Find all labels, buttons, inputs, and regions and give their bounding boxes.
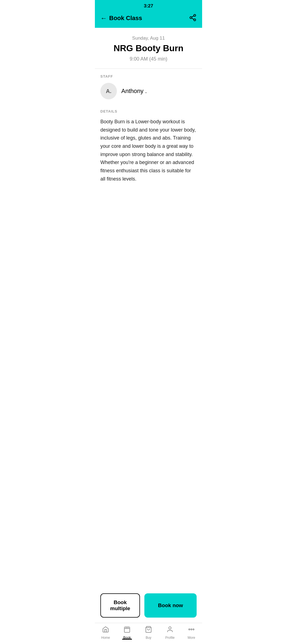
status-time: 3:27 [144, 3, 153, 9]
header-title: Book Class [109, 15, 142, 22]
class-info-section: Sunday, Aug 11 NRG Booty Burn 9:00 AM (4… [95, 28, 202, 69]
content-area: Sunday, Aug 11 NRG Booty Burn 9:00 AM (4… [95, 28, 202, 244]
class-name: NRG Booty Burn [100, 43, 197, 53]
back-arrow-icon: ← [100, 14, 107, 22]
header: ← Book Class [95, 11, 202, 28]
svg-line-4 [192, 16, 194, 17]
staff-name: Anthony . [121, 88, 147, 95]
status-bar: 3:27 [95, 0, 202, 11]
staff-section-label: STAFF [100, 74, 197, 78]
staff-avatar: A. [100, 83, 117, 99]
details-section: DETAILS Booty Burn is a Lower-body worko… [95, 105, 202, 189]
share-icon [189, 18, 197, 22]
share-button[interactable] [189, 14, 197, 22]
class-date: Sunday, Aug 11 [100, 36, 197, 41]
details-description: Booty Burn is a Lower-body workout is de… [100, 118, 197, 183]
details-section-label: DETAILS [100, 109, 197, 113]
staff-item: A. Anthony . [100, 83, 197, 99]
staff-avatar-initial: A. [106, 88, 111, 94]
class-time: 9:00 AM (45 min) [100, 56, 197, 62]
svg-line-3 [192, 18, 194, 20]
back-button[interactable]: ← Book Class [100, 14, 142, 22]
staff-section: STAFF A. Anthony . [95, 69, 202, 105]
